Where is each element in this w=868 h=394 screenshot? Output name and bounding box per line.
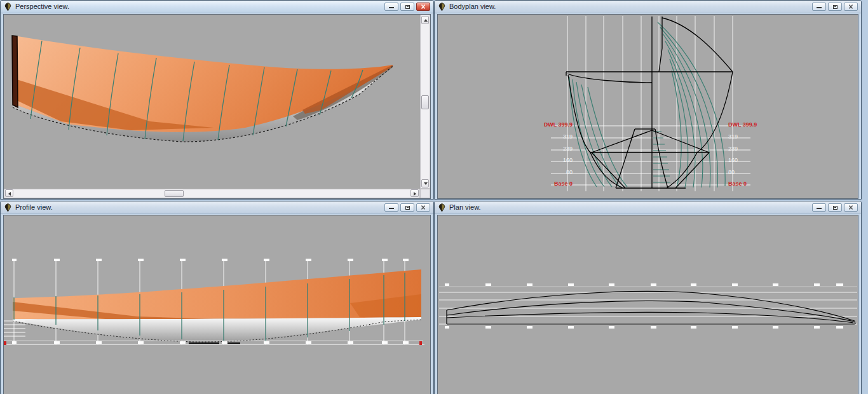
app-icon[interactable] xyxy=(438,203,446,212)
waterline-label-base-right: Base 0 xyxy=(728,180,773,187)
minimize-icon xyxy=(817,7,822,8)
window-title: Perspective view. xyxy=(15,3,69,10)
app-icon[interactable] xyxy=(4,3,12,11)
window-bodyplan-view: Bodyplan view. xyxy=(434,0,862,200)
window-profile-view: Profile view. xyxy=(0,201,434,394)
horizontal-scrollbar[interactable] xyxy=(4,189,420,198)
waterline-label-319-left: 319 xyxy=(533,133,573,140)
close-button[interactable] xyxy=(844,203,858,212)
minimize-button[interactable] xyxy=(384,3,398,11)
close-icon xyxy=(417,204,430,211)
buttock-gridlines xyxy=(439,287,857,324)
hull-3d xyxy=(12,36,393,142)
vertical-scrollbar[interactable] xyxy=(420,15,430,189)
station-tick-chips xyxy=(445,283,843,329)
waterline-label-dwl-right: DWL 399.9 xyxy=(728,121,773,128)
close-icon xyxy=(844,3,857,10)
profile-client xyxy=(3,215,431,394)
window-title: Plan view. xyxy=(449,203,481,211)
window-plan-view: Plan view. xyxy=(434,201,862,394)
waterline-label-239-right: 239 xyxy=(728,146,773,152)
perspective-client xyxy=(3,14,431,199)
waterline-label-base-left: Base 0 xyxy=(533,180,573,187)
arrow-down-icon xyxy=(424,182,428,185)
window-perspective-view: Perspective view. xyxy=(0,0,434,200)
close-icon xyxy=(417,3,430,10)
bodyplan-client: DWL 399.9 319 239 160 80 Base 0 DWL 399.… xyxy=(437,14,858,199)
scrollbar-corner xyxy=(420,189,430,198)
titlebar-perspective[interactable]: Perspective view. xyxy=(1,1,433,13)
restore-icon xyxy=(405,5,410,9)
vertical-scroll-thumb[interactable] xyxy=(421,95,429,109)
titlebar-bodyplan[interactable]: Bodyplan view. xyxy=(435,1,861,13)
app-icon[interactable] xyxy=(4,203,12,212)
hull-sections xyxy=(566,17,733,188)
arrow-right-icon xyxy=(414,192,416,196)
minimize-icon xyxy=(389,208,394,209)
scroll-down-button[interactable] xyxy=(421,179,429,187)
minimize-icon xyxy=(817,208,822,209)
titlebar-plan[interactable]: Plan view. xyxy=(435,201,861,214)
close-icon xyxy=(844,204,857,211)
plan-client xyxy=(437,215,858,394)
close-button[interactable] xyxy=(416,203,430,212)
plan-canvas[interactable] xyxy=(438,215,858,394)
horizontal-scroll-thumb[interactable] xyxy=(165,190,184,197)
close-button[interactable] xyxy=(416,3,430,11)
minimize-button[interactable] xyxy=(812,3,826,11)
mdi-workspace: { "windows": { "perspective": { "title":… xyxy=(0,0,868,394)
bodyplan-canvas[interactable] xyxy=(438,15,858,198)
waterline-label-239-left: 239 xyxy=(533,146,573,152)
restore-button[interactable] xyxy=(828,203,842,212)
waterline-label-dwl-left: DWL 399.9 xyxy=(533,121,573,128)
minimize-icon xyxy=(389,7,394,8)
arrow-up-icon xyxy=(424,19,428,22)
waterline-label-160-left: 160 xyxy=(533,157,573,163)
restore-button[interactable] xyxy=(828,3,842,11)
restore-button[interactable] xyxy=(400,3,414,11)
minimize-button[interactable] xyxy=(812,203,826,212)
profile-canvas[interactable] xyxy=(4,215,431,394)
restore-icon xyxy=(833,206,837,210)
arrow-left-icon xyxy=(8,192,11,196)
window-title: Profile view. xyxy=(15,203,53,211)
intersection-curves xyxy=(569,22,725,187)
hull-plan-outline xyxy=(447,291,855,324)
restore-icon xyxy=(833,5,837,9)
transom xyxy=(12,36,18,107)
waterline-label-319-right: 319 xyxy=(728,133,773,140)
waterline-label-80-right: 80 xyxy=(728,169,773,175)
keel-flat-line xyxy=(447,312,853,323)
app-icon[interactable] xyxy=(438,3,446,11)
scroll-up-button[interactable] xyxy=(421,16,429,24)
chine-line xyxy=(447,301,854,322)
scroll-right-button[interactable] xyxy=(410,189,419,197)
restore-icon xyxy=(405,206,410,210)
titlebar-profile[interactable]: Profile view. xyxy=(1,201,433,214)
window-title: Bodyplan view. xyxy=(449,3,496,10)
perspective-canvas[interactable] xyxy=(4,15,421,186)
bow-tip xyxy=(855,321,855,324)
waterline-label-80-left: 80 xyxy=(533,169,573,175)
scroll-left-button[interactable] xyxy=(5,189,13,197)
restore-button[interactable] xyxy=(400,203,414,212)
close-button[interactable] xyxy=(844,3,858,11)
hull-profile xyxy=(13,269,421,343)
waterline-label-160-right: 160 xyxy=(728,157,773,163)
minimize-button[interactable] xyxy=(384,203,398,212)
